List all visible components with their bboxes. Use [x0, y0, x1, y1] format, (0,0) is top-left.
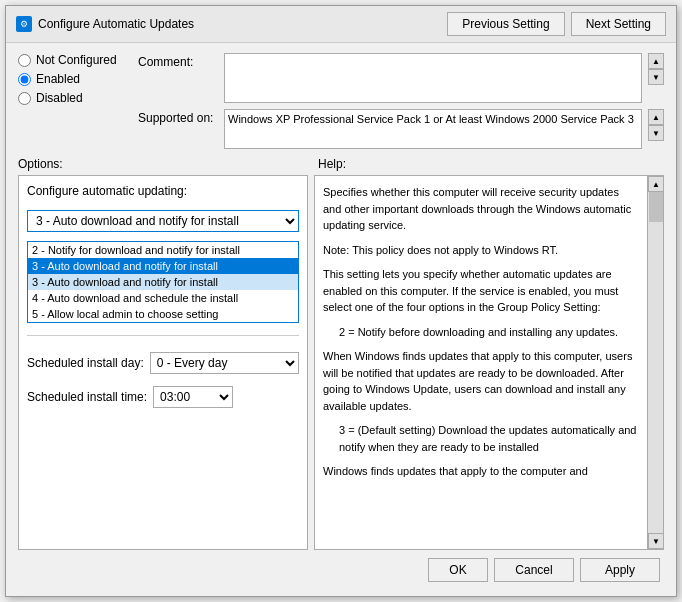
schedule-time-label: Scheduled install time:: [27, 390, 147, 404]
help-para-1: Specifies whether this computer will rec…: [323, 184, 639, 234]
schedule-day-row: Scheduled install day: 0 - Every day 1 -…: [27, 352, 299, 374]
dialog-title: Configure Automatic Updates: [38, 17, 194, 31]
radio-group: Not Configured Enabled Disabled: [18, 53, 128, 149]
bottom-buttons: OK Cancel Apply: [18, 550, 664, 586]
help-section-label: Help:: [318, 157, 346, 171]
scroll-down-btn[interactable]: ▼: [648, 69, 664, 85]
apply-button[interactable]: Apply: [580, 558, 660, 582]
scroll-up-btn[interactable]: ▲: [648, 53, 664, 69]
schedule-time-row: Scheduled install time: 00:00 01:00 02:0…: [27, 386, 299, 408]
list-item-4[interactable]: 4 - Auto download and schedule the insta…: [28, 290, 298, 306]
not-configured-radio-label[interactable]: Not Configured: [18, 53, 128, 67]
schedule-day-label: Scheduled install day:: [27, 356, 144, 370]
comment-scrollbar: ▲ ▼: [648, 53, 664, 85]
help-para-5: When Windows finds updates that apply to…: [323, 348, 639, 414]
options-section-label: Options:: [18, 157, 318, 171]
enabled-radio-label[interactable]: Enabled: [18, 72, 128, 86]
divider-1: [27, 335, 299, 336]
options-panel: Configure automatic updating: 2 - Notify…: [18, 175, 308, 550]
content-area: Not Configured Enabled Disabled Comment:: [6, 43, 676, 596]
supported-label: Supported on:: [138, 109, 218, 125]
ok-button[interactable]: OK: [428, 558, 488, 582]
help-scroll-track: [648, 192, 663, 533]
help-para-7: Windows finds updates that apply to the …: [323, 463, 639, 480]
sup-scroll-down[interactable]: ▼: [648, 125, 664, 141]
help-para-2: Note: This policy does not apply to Wind…: [323, 242, 639, 259]
supported-row: Supported on: Windows XP Professional Se…: [138, 109, 664, 149]
dialog-icon: ⚙: [16, 16, 32, 32]
schedule-day-select[interactable]: 0 - Every day 1 - Sunday 2 - Monday: [150, 352, 299, 374]
supported-value: Windows XP Professional Service Pack 1 o…: [224, 109, 642, 149]
right-fields: Comment: ▲ ▼ Supported on: Windows XP Pr…: [138, 53, 664, 149]
list-item-2[interactable]: 2 - Notify for download and notify for i…: [28, 242, 298, 258]
help-scroll-down[interactable]: ▼: [648, 533, 664, 549]
title-bar: ⚙ Configure Automatic Updates Previous S…: [6, 6, 676, 43]
comment-textarea[interactable]: [224, 53, 642, 103]
help-para-4: 2 = Notify before downloading and instal…: [339, 324, 639, 341]
comment-row: Comment: ▲ ▼: [138, 53, 664, 103]
disabled-radio-label[interactable]: Disabled: [18, 91, 128, 105]
supported-scrollbar: ▲ ▼: [648, 109, 664, 141]
previous-setting-button[interactable]: Previous Setting: [447, 12, 564, 36]
help-scroll-thumb[interactable]: [649, 192, 663, 222]
configure-automatic-updates-dialog: ⚙ Configure Automatic Updates Previous S…: [5, 5, 677, 597]
help-para-3: This setting lets you specify whether au…: [323, 266, 639, 316]
configure-auto-label: Configure automatic updating:: [27, 184, 299, 198]
help-para-6: 3 = (Default setting) Download the updat…: [339, 422, 639, 455]
dropdown-expanded-list: 2 - Notify for download and notify for i…: [27, 241, 299, 323]
section-headers: Options: Help:: [18, 157, 664, 171]
not-configured-radio[interactable]: [18, 54, 31, 67]
top-navigation-buttons: Previous Setting Next Setting: [447, 12, 666, 36]
cancel-button[interactable]: Cancel: [494, 558, 574, 582]
list-item-3-selected[interactable]: 3 - Auto download and notify for install: [28, 258, 298, 274]
next-setting-button[interactable]: Next Setting: [571, 12, 666, 36]
enabled-radio[interactable]: [18, 73, 31, 86]
schedule-time-select[interactable]: 00:00 01:00 02:00 03:00 04:00: [153, 386, 233, 408]
top-section: Not Configured Enabled Disabled Comment:: [18, 53, 664, 149]
sup-scroll-up[interactable]: ▲: [648, 109, 664, 125]
help-scrollbar: ▲ ▼: [647, 176, 663, 549]
help-scroll-up[interactable]: ▲: [648, 176, 664, 192]
list-item-3-hover[interactable]: 3 - Auto download and notify for install: [28, 274, 298, 290]
main-panels: Configure automatic updating: 2 - Notify…: [18, 175, 664, 550]
disabled-radio[interactable]: [18, 92, 31, 105]
help-text-area: Specifies whether this computer will rec…: [315, 176, 647, 549]
list-item-5[interactable]: 5 - Allow local admin to choose setting: [28, 306, 298, 322]
help-panel: Specifies whether this computer will rec…: [314, 175, 664, 550]
auto-update-dropdown[interactable]: 2 - Notify for download and notify for i…: [27, 210, 299, 232]
comment-label: Comment:: [138, 53, 218, 69]
